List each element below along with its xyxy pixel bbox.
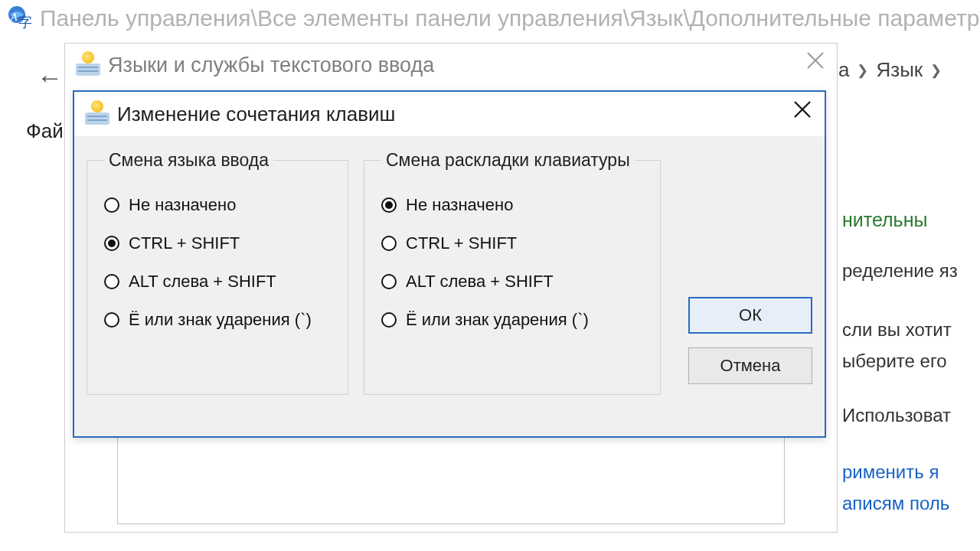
cancel-button[interactable]: Отмена — [688, 347, 812, 384]
page-heading-fragment: нительны — [842, 205, 980, 235]
link-fragment[interactable]: аписям поль — [842, 489, 980, 517]
dialog-titlebar: Изменение сочетания клавиш — [74, 92, 825, 136]
text-fragment: Использоват — [842, 401, 980, 429]
radio-label: Ё или знак ударения (`) — [129, 310, 312, 330]
chevron-right-icon: ❯ — [857, 62, 868, 79]
radio-icon — [104, 274, 119, 289]
dialog-buttons: ОК Отмена — [688, 297, 812, 395]
radio-label: CTRL + SHIFT — [129, 233, 240, 253]
input-language-option[interactable]: CTRL + SHIFT — [104, 233, 334, 253]
language-region-icon: 字 A — [8, 5, 34, 31]
input-language-option[interactable]: Ё или знак ударения (`) — [104, 310, 334, 330]
close-icon[interactable] — [805, 50, 826, 71]
radio-label: Не назначено — [406, 195, 513, 215]
ok-button[interactable]: ОК — [688, 297, 812, 334]
radio-icon — [381, 274, 397, 289]
svg-text:A: A — [10, 11, 18, 23]
dialog-title: Языки и службы текстового ввода — [108, 54, 434, 77]
text-fragment: ределение яз — [842, 256, 980, 285]
text-fragment: ыберите его — [842, 347, 980, 375]
svg-text:字: 字 — [18, 15, 32, 30]
input-language-option[interactable]: ALT слева + SHIFT — [104, 272, 334, 292]
crumb-language: Язык — [876, 58, 923, 82]
menu-file[interactable]: Фай — [26, 119, 64, 143]
text-fragment: сли вы хотит — [842, 315, 980, 344]
radio-icon — [104, 312, 119, 328]
group-legend: Смена раскладки клавиатуры — [381, 150, 635, 171]
chevron-right-icon: ❯ — [930, 62, 942, 79]
radio-label: ALT слева + SHIFT — [129, 272, 276, 292]
keyboard-icon — [76, 54, 100, 76]
radio-icon — [381, 312, 397, 328]
dialog-content: Смена языка ввода Не назначеноCTRL + SHI… — [74, 136, 825, 436]
input-language-group: Смена языка ввода Не назначеноCTRL + SHI… — [87, 150, 348, 395]
explorer-breadcrumb[interactable]: а ❯ Язык ❯ — [838, 58, 949, 82]
dialog-title: Изменение сочетания клавиш — [117, 103, 395, 126]
link-fragment[interactable]: рименить я — [842, 458, 980, 486]
keyboard-layout-option[interactable]: Ё или знак ударения (`) — [381, 310, 646, 330]
change-hotkey-dialog: Изменение сочетания клавиш Смена языка в… — [73, 90, 826, 438]
close-icon[interactable] — [792, 99, 812, 119]
radio-icon — [104, 236, 119, 251]
keyboard-layout-option[interactable]: CTRL + SHIFT — [381, 233, 646, 253]
radio-icon — [104, 197, 119, 213]
radio-icon — [381, 197, 397, 213]
keyboard-icon — [85, 103, 109, 125]
keyboard-layout-group: Смена раскладки клавиатуры Не назначеноC… — [364, 150, 661, 395]
radio-label: CTRL + SHIFT — [406, 233, 517, 253]
radio-icon — [381, 236, 397, 251]
dialog-titlebar: Языки и службы текстового ввода — [65, 44, 837, 86]
group-legend: Смена языка ввода — [104, 150, 273, 171]
keyboard-layout-option[interactable]: Не назначено — [381, 195, 646, 215]
breadcrumb-text: Панель управления\Все элементы панели уп… — [40, 5, 980, 31]
crumb-a: а — [838, 58, 849, 82]
radio-label: ALT слева + SHIFT — [406, 272, 554, 292]
input-language-option[interactable]: Не назначено — [104, 195, 334, 215]
back-arrow-icon[interactable]: ← — [37, 63, 63, 93]
radio-label: Ё или знак ударения (`) — [406, 310, 589, 330]
explorer-window-fragment: а ❯ Язык ❯ нительны ределение яз сли вы … — [842, 52, 980, 527]
keyboard-layout-option[interactable]: ALT слева + SHIFT — [381, 272, 646, 292]
control-panel-path: 字 A Панель управления\Все элементы панел… — [0, 0, 980, 37]
radio-label: Не назначено — [129, 195, 236, 215]
